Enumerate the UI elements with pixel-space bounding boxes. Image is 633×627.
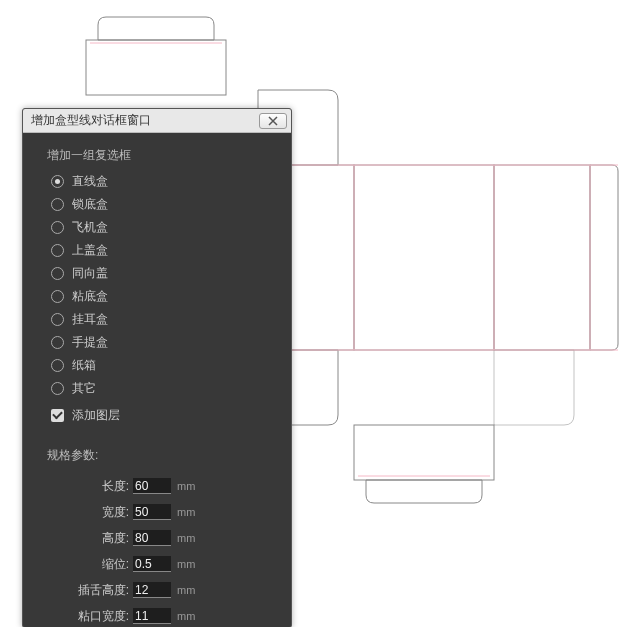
- param-width: 宽度: mm: [51, 500, 273, 524]
- option-top-cover[interactable]: 上盖盒: [51, 239, 273, 262]
- radio-icon: [51, 382, 64, 395]
- radio-icon: [51, 313, 64, 326]
- param-glue-width: 粘口宽度: mm: [51, 604, 273, 627]
- radio-icon: [51, 290, 64, 303]
- close-button[interactable]: [259, 113, 287, 129]
- checkbox-icon: [51, 409, 64, 422]
- option-other[interactable]: 其它: [51, 377, 273, 400]
- option-carton[interactable]: 纸箱: [51, 354, 273, 377]
- radio-icon: [51, 198, 64, 211]
- option-ear-box[interactable]: 挂耳盒: [51, 308, 273, 331]
- option-airplane-box[interactable]: 飞机盒: [51, 216, 273, 239]
- radio-icon: [51, 336, 64, 349]
- box-type-options: 直线盒 锁底盒 飞机盒 上盖盒 同向盖 粘底盒: [51, 170, 273, 427]
- radio-icon: [51, 175, 64, 188]
- param-length: 长度: mm: [51, 474, 273, 498]
- glue-input[interactable]: [133, 608, 171, 624]
- length-input[interactable]: [133, 478, 171, 494]
- svg-rect-2: [354, 165, 494, 350]
- param-tongue-height: 插舌高度: mm: [51, 578, 273, 602]
- radio-icon: [51, 267, 64, 280]
- svg-rect-3: [494, 165, 590, 350]
- box-type-dialog: 增加盒型线对话框窗口 增加一组复选框 直线盒 锁底盒 飞机盒 上盖盒: [22, 108, 292, 627]
- dialog-title: 增加盒型线对话框窗口: [31, 112, 259, 129]
- height-input[interactable]: [133, 530, 171, 546]
- svg-rect-4: [354, 425, 494, 480]
- group-label: 增加一组复选框: [47, 147, 273, 164]
- shrink-input[interactable]: [133, 556, 171, 572]
- option-same-direction[interactable]: 同向盖: [51, 262, 273, 285]
- option-lock-bottom[interactable]: 锁底盒: [51, 193, 273, 216]
- close-icon: [268, 116, 278, 126]
- param-height: 高度: mm: [51, 526, 273, 550]
- checkbox-add-layer[interactable]: 添加图层: [51, 404, 273, 427]
- radio-icon: [51, 221, 64, 234]
- param-shrink: 缩位: mm: [51, 552, 273, 576]
- radio-icon: [51, 359, 64, 372]
- option-glue-bottom[interactable]: 粘底盒: [51, 285, 273, 308]
- option-handbag[interactable]: 手提盒: [51, 331, 273, 354]
- svg-rect-0: [86, 40, 226, 95]
- dialog-titlebar[interactable]: 增加盒型线对话框窗口: [23, 109, 291, 133]
- radio-icon: [51, 244, 64, 257]
- params-label: 规格参数:: [47, 447, 273, 464]
- width-input[interactable]: [133, 504, 171, 520]
- option-straight-box[interactable]: 直线盒: [51, 170, 273, 193]
- tongue-input[interactable]: [133, 582, 171, 598]
